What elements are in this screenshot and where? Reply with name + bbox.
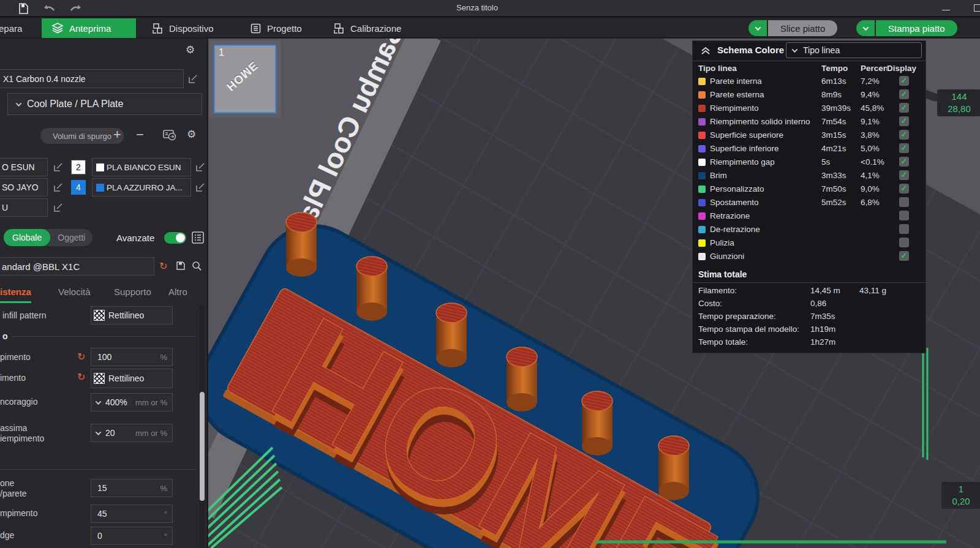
display-checkbox[interactable]: ✓	[899, 251, 909, 261]
filament-swatch	[96, 184, 104, 192]
scope-objects[interactable]: Oggetti	[50, 233, 92, 242]
anchor-max-combo[interactable]: 20 mm or %	[91, 424, 173, 442]
display-checkbox[interactable]	[899, 197, 909, 207]
display-checkbox[interactable]: ✓	[899, 89, 909, 99]
density-input[interactable]: 100 %	[91, 348, 173, 366]
edit-icon[interactable]	[53, 182, 64, 193]
scope-global[interactable]: Globale	[4, 229, 50, 246]
view-mode-dropdown[interactable]: Tipo linea	[786, 42, 922, 58]
anchor-label: ncoraggio	[0, 397, 38, 407]
layer-slider-bottom-tooltip[interactable]: 1 0,20	[941, 482, 980, 509]
anchor-combo[interactable]: 400% mm or %	[91, 393, 173, 411]
legend-row: Retrazione	[693, 209, 925, 223]
tab-project[interactable]: Progetto	[240, 18, 312, 38]
display-checkbox[interactable]: ✓	[899, 103, 909, 113]
slice-plate-button[interactable]: Slice piatto	[748, 20, 837, 36]
legend-row: Parete interna6m13s7,2%✓	[693, 75, 925, 88]
maximize-button[interactable]	[974, 4, 980, 12]
printer-name-field[interactable]: X1 Carbon 0.4 nozzle	[0, 69, 184, 88]
display-checkbox[interactable]: ✓	[899, 184, 909, 193]
display-checkbox[interactable]	[899, 238, 909, 247]
display-checkbox[interactable]: ✓	[899, 76, 909, 86]
gear-icon[interactable]: ⚙	[186, 43, 195, 56]
angle-input[interactable]: 45 °	[91, 505, 173, 523]
calibration-icon	[333, 23, 345, 34]
tab-speed[interactable]: Velocità	[58, 287, 91, 297]
project-icon	[250, 23, 262, 34]
sidebar-scrollbar-thumb[interactable]	[200, 392, 205, 501]
legend-row: Superficie superiore3m15s3,8%✓	[693, 129, 925, 142]
ams-sync-icon[interactable]	[162, 128, 177, 141]
display-checkbox[interactable]: ✓	[899, 130, 909, 140]
anchor-max-label: assima iempimento	[0, 423, 44, 444]
purge-volumes-button[interactable]: Volumi di spurgo	[40, 128, 124, 144]
preset-reset-icon[interactable]: ↻	[159, 260, 167, 272]
legend-row: Spostamento5m52s6,8%	[693, 196, 925, 209]
tab-prepare[interactable]: epara	[0, 18, 32, 38]
pattern2-label: imento	[0, 373, 26, 383]
tab-calibration[interactable]: Calibrazione	[323, 18, 411, 38]
print-dropdown-icon[interactable]	[856, 20, 875, 36]
tab-strength[interactable]: istenza	[0, 287, 31, 303]
advanced-toggle[interactable]	[164, 232, 186, 244]
pattern2-combo[interactable]: Rettilineo	[91, 369, 173, 388]
plate-type-dropdown[interactable]: Cool Plate / PLA Plate	[7, 93, 202, 115]
display-checkbox[interactable]	[899, 224, 909, 234]
window-title: Senza titolo	[456, 3, 498, 12]
scope-segmented[interactable]: Globale Oggetti	[4, 229, 92, 246]
display-checkbox[interactable]	[899, 211, 909, 220]
add-filament-button[interactable]: +	[113, 127, 121, 143]
filament-left-2[interactable]: SO JAYO	[0, 178, 48, 197]
advanced-label: Avanzate	[116, 233, 154, 243]
layer-slider-top-tooltip[interactable]: 144 28,80	[937, 89, 980, 116]
filament-name-2[interactable]: PLA AZZURRO JA...	[92, 178, 191, 197]
filament-left-1[interactable]: O ESUN	[0, 158, 48, 176]
filament-index-1[interactable]: 2	[71, 160, 86, 175]
color-scheme-panel: Schema Colore Tipo linea Tipo linea Temp…	[692, 40, 926, 353]
plate-thumbnail[interactable]: 1 HOME	[214, 45, 276, 113]
tab-device[interactable]: Dispositivo	[142, 18, 224, 38]
tab-preview[interactable]: Anteprima	[42, 18, 136, 38]
reset-icon[interactable]: ↻	[77, 351, 85, 362]
bridge-input[interactable]: 0 °	[91, 527, 173, 545]
crosshatch-icon	[94, 310, 105, 321]
filament-name-1[interactable]: PLA BIANCO ESUN	[92, 158, 191, 176]
filament-swatch	[96, 163, 104, 171]
reset-icon[interactable]: ↻	[77, 371, 85, 383]
list-settings-icon[interactable]	[191, 231, 205, 244]
tab-support[interactable]: Supporto	[114, 287, 151, 297]
legend-row: Giunzioni✓	[693, 250, 925, 263]
tab-other[interactable]: Altro	[168, 287, 187, 297]
edit-icon[interactable]	[195, 182, 206, 193]
preset-search-icon[interactable]	[191, 260, 202, 271]
preset-field[interactable]: andard @BBL X1C	[0, 257, 154, 276]
edit-icon[interactable]	[195, 162, 206, 173]
display-checkbox[interactable]: ✓	[899, 143, 909, 153]
legend-row: Personalizzato7m50s9,0%✓	[693, 182, 925, 196]
preset-save-icon[interactable]	[175, 260, 186, 271]
edit-printer-icon[interactable]	[187, 73, 198, 84]
legend-row: Riempimento gap5s<0.1%✓	[693, 156, 925, 169]
edit-icon[interactable]	[53, 202, 64, 213]
filament-left-3[interactable]: U	[0, 198, 48, 217]
display-checkbox[interactable]: ✓	[899, 170, 909, 180]
redo-icon[interactable]	[69, 2, 82, 15]
filament-gear-icon[interactable]: ⚙	[187, 128, 196, 141]
plate-thumbnail-card[interactable]: 1 HOME	[209, 40, 281, 118]
undo-icon[interactable]	[43, 2, 56, 15]
filament-index-2[interactable]: 4	[71, 180, 86, 195]
display-checkbox[interactable]: ✓	[899, 116, 909, 126]
infill-pattern-combo[interactable]: Rettilineo	[91, 306, 173, 325]
plate-thumb-model: HOME	[224, 58, 260, 93]
display-checkbox[interactable]: ✓	[899, 157, 909, 167]
minimize-button[interactable]: —	[942, 5, 950, 14]
collapse-icon[interactable]	[700, 46, 711, 56]
save-icon[interactable]	[17, 2, 29, 15]
wall-input[interactable]: 15 %	[91, 479, 173, 497]
slice-dropdown-icon[interactable]	[748, 20, 767, 36]
remove-filament-button[interactable]: −	[136, 127, 144, 143]
layers-icon	[51, 22, 64, 34]
print-plate-button[interactable]: Stampa piatto	[856, 20, 957, 36]
legend-row: Brim3m33s4,1%✓	[693, 169, 925, 182]
edit-icon[interactable]	[53, 162, 64, 173]
